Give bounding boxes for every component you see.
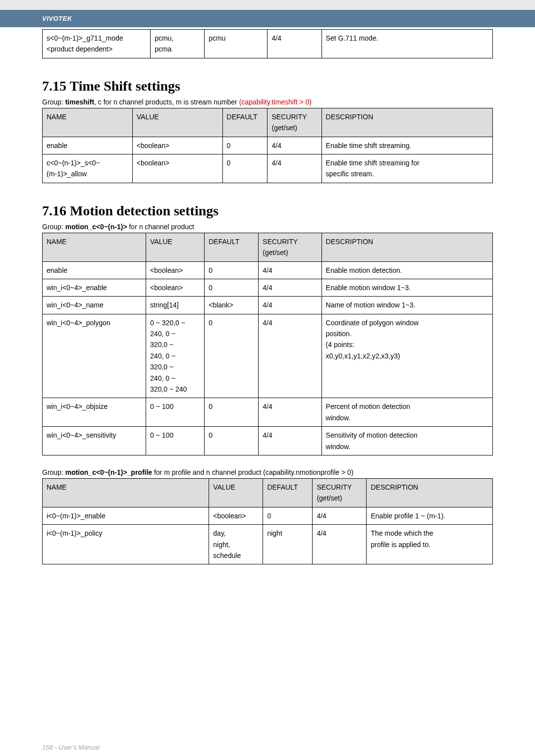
- cell-text: 0: [205, 279, 259, 296]
- cell-text: pcmu: [205, 30, 268, 58]
- group-rest: for m profile and n channel product (cap…: [152, 468, 353, 476]
- cell-text: enable: [43, 137, 133, 154]
- cell-text: specific stream.: [326, 170, 374, 178]
- cell-text: i<0~(m-1)>_policy: [43, 525, 209, 564]
- g711-table: s<0~(m-1)>_g711_mode <product dependent>…: [42, 29, 493, 58]
- table-row: enable <boolean> 0 4/4 Enable motion det…: [43, 261, 493, 279]
- cell-text: 4/4: [313, 507, 367, 524]
- cell-text: Enable motion detection.: [321, 261, 492, 279]
- page-footer: 158 - User's Manual: [42, 744, 100, 751]
- cell-text: <boolean>: [146, 279, 205, 296]
- cell-text: <boolean>: [209, 507, 263, 524]
- cell-text: 4/4: [259, 314, 321, 398]
- cell-text: 0: [205, 427, 259, 455]
- cell-text: 0: [222, 137, 268, 154]
- cell-text: <boolean>: [132, 154, 222, 183]
- cell-text: 4/4: [259, 398, 321, 427]
- timeshift-table: NAME VALUE DEFAULT SECURITY(get/set) DES…: [42, 108, 493, 183]
- th-name: NAME: [43, 233, 146, 261]
- cell-text: day,night,schedule: [209, 525, 263, 564]
- th-value: VALUE: [209, 478, 263, 507]
- table-row: win_i<0~4>_sensitivity 0 ~ 100 0 4/4 Sen…: [43, 427, 493, 455]
- th-default: DEFAULT: [222, 108, 268, 137]
- th-security: SECURITY(get/set): [313, 478, 367, 507]
- table-row: win_i<0~4>_objsize 0 ~ 100 0 4/4 Percent…: [43, 398, 493, 427]
- cell-text: win_i<0~4>_sensitivity: [43, 427, 146, 455]
- table-row: c<0~(n-1)>_s<0~(m-1)>_allow <boolean> 0 …: [43, 154, 493, 183]
- cell-text: 4/4: [268, 137, 321, 154]
- cell-text: 4/4: [259, 261, 321, 279]
- cell-text: Name of motion window 1~3.: [321, 297, 492, 314]
- cell-text: The mode which theprofile is applied to.: [367, 525, 493, 564]
- cell-text: <blank>: [205, 297, 259, 314]
- group-bold: timeshift: [65, 98, 94, 106]
- cell-text: <boolean>: [146, 261, 205, 279]
- cell-text: Enable time shift streaming for specific…: [321, 154, 492, 183]
- cell-text: 0: [205, 398, 259, 427]
- cell-text: Enable time shift streaming for: [326, 159, 420, 167]
- section-title-715: 7.15 Time Shift settings: [42, 78, 493, 94]
- group-line-716: Group: motion_c<0~(n-1)> for n channel p…: [42, 223, 493, 231]
- cell-text: <product dependent>: [47, 45, 112, 53]
- cell-text: 4/4: [259, 297, 321, 314]
- motion-table: NAME VALUE DEFAULT SECURITY(get/set) DES…: [42, 233, 493, 455]
- profile-table: NAME VALUE DEFAULT SECURITY(get/set) DES…: [42, 478, 493, 564]
- cell-text: pcmu,: [155, 34, 173, 42]
- th-security: SECURITY(get/set): [268, 108, 321, 137]
- cell-text: 0: [205, 261, 259, 279]
- cell-text: <boolean>: [132, 137, 222, 154]
- cell-text: Enable time shift streaming.: [321, 137, 492, 154]
- th-name: NAME: [43, 478, 209, 507]
- th-name: NAME: [43, 108, 133, 137]
- th-default: DEFAULT: [263, 478, 313, 507]
- table-row: win_i<0~4>_polygon 0 ~ 320,0 ~240, 0 ~32…: [43, 314, 493, 398]
- cell-text: 4/4: [259, 427, 321, 455]
- group-prefix: Group:: [42, 468, 65, 476]
- cell-text: win_i<0~4>_enable: [43, 279, 146, 296]
- cell-text: c<0~(n-1)>_s<0~(m-1)>_allow: [43, 154, 133, 183]
- cell-text: 0 ~ 100: [146, 398, 205, 427]
- table-row: i<0~(m-1)>_enable <boolean> 0 4/4 Enable…: [43, 507, 493, 524]
- cell-text: Sensitivity of motion detectionwindow.: [321, 427, 492, 455]
- table-row: i<0~(m-1)>_policy day,night,schedule nig…: [43, 525, 493, 564]
- cell-text: Enable profile 1 ~ (m-1).: [367, 507, 493, 524]
- cell-text: 4/4: [313, 525, 367, 564]
- th-description: DESCRIPTION: [321, 108, 492, 137]
- cell-text: 0: [263, 507, 313, 524]
- th-value: VALUE: [132, 108, 222, 137]
- cell-text: s<0~(m-1)>_g711_mode: [47, 34, 123, 42]
- cell-text: Enable motion window 1~3.: [321, 279, 492, 296]
- cell-text: 4/4: [259, 279, 321, 296]
- page: VIVOTEK s<0~(m-1)>_g711_mode <product de…: [0, 10, 535, 756]
- cell-text: string[14]: [146, 297, 205, 314]
- cell-text: 0: [205, 314, 259, 398]
- table-row: win_i<0~4>_enable <boolean> 0 4/4 Enable…: [43, 279, 493, 296]
- th-description: DESCRIPTION: [367, 478, 493, 507]
- cell-text: enable: [43, 261, 146, 279]
- table-row: enable <boolean> 0 4/4 Enable time shift…: [43, 137, 493, 154]
- group-rest: , c for n channel products, m is stream …: [94, 98, 239, 106]
- group-bold: motion_c<0~(n-1)>_profile: [65, 468, 152, 476]
- cell-text: Set G.711 mode.: [321, 30, 492, 58]
- group-prefix: Group:: [42, 98, 65, 106]
- cell-text: win_i<0~4>_polygon: [43, 314, 146, 398]
- group-prefix: Group:: [42, 223, 65, 231]
- content-area: s<0~(m-1)>_g711_mode <product dependent>…: [0, 29, 535, 594]
- cell-text: pcma: [155, 45, 171, 53]
- cell-text: 4/4: [268, 154, 321, 183]
- cell-text: Coordinate of polygon windowposition.(4 …: [321, 314, 492, 398]
- th-security: SECURITY(get/set): [259, 233, 321, 261]
- th-value: VALUE: [146, 233, 205, 261]
- section-title-716: 7.16 Motion detection settings: [42, 203, 493, 219]
- group-line-715: Group: timeshift, c for n channel produc…: [42, 98, 493, 106]
- table-row: win_i<0~4>_name string[14] <blank> 4/4 N…: [43, 297, 493, 314]
- group-bold: motion_c<0~(n-1)>: [65, 223, 127, 231]
- cell-text: win_i<0~4>_name: [43, 297, 146, 314]
- cell-text: 4/4: [268, 30, 321, 58]
- cell-text: 0 ~ 320,0 ~240, 0 ~320,0 ~240, 0 ~320,0 …: [146, 314, 205, 398]
- th-default: DEFAULT: [205, 233, 259, 261]
- cell-text: 0: [222, 154, 268, 183]
- group-rest: for n channel product: [127, 223, 194, 231]
- header-brand: VIVOTEK: [0, 10, 535, 27]
- cell-text: i<0~(m-1)>_enable: [43, 507, 209, 524]
